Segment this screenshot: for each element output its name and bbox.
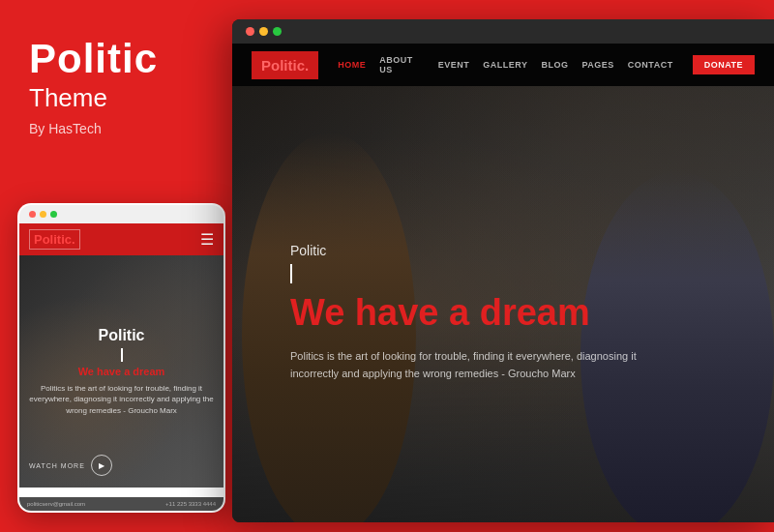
theme-author: By HasTech	[29, 121, 102, 136]
mobile-hero-quote: Politics is the art of looking for troub…	[29, 383, 214, 416]
play-button[interactable]: ▶	[91, 455, 112, 476]
desktop-logo-text: Politic	[261, 57, 305, 74]
desktop-hero-content: Politic We have a dream Politics is the …	[290, 243, 658, 383]
mobile-watch-more: WATCH MORE ▶	[29, 455, 112, 476]
desktop-dots-bar	[232, 19, 774, 44]
mobile-nav: Politic. ☰	[19, 223, 223, 255]
donate-button[interactable]: DONATE	[693, 55, 755, 74]
desktop-hero: Politic We have a dream Politics is the …	[232, 86, 774, 522]
nav-event[interactable]: EVENT	[438, 60, 470, 70]
headline-accent: dream	[480, 292, 590, 333]
minimize-dot	[259, 27, 268, 36]
desktop-hero-headline: We have a dream	[290, 293, 658, 334]
desktop-hero-label: Politic	[290, 243, 658, 258]
maximize-dot	[273, 27, 282, 36]
desktop-hero-divider	[290, 264, 292, 283]
desktop-logo: Politic.	[252, 51, 318, 79]
desktop-logo-dot: .	[305, 57, 309, 74]
desktop-hero-quote: Politics is the art of looking for troub…	[290, 348, 658, 382]
mobile-hero-content: Politic We have a dream Politics is the …	[29, 327, 214, 416]
nav-home[interactable]: HOME	[338, 60, 366, 70]
close-dot	[246, 27, 254, 36]
footer-email: politicserv@gmail.com	[27, 501, 85, 507]
mobile-hero-title: Politic	[29, 327, 214, 344]
close-dot	[29, 211, 36, 218]
mobile-headline-text: We have a	[78, 366, 134, 377]
mobile-hero: Politic We have a dream Politics is the …	[19, 255, 223, 488]
nav-about[interactable]: ABOUT US	[379, 55, 425, 74]
nav-contact[interactable]: CONTACT	[628, 60, 673, 70]
headline-prefix: We have a	[290, 292, 480, 333]
minimize-dot	[40, 211, 46, 218]
nav-pages[interactable]: PAGES	[581, 60, 613, 70]
maximize-dot	[50, 211, 57, 218]
desktop-mockup: Politic. HOME ABOUT US EVENT GALLERY BLO…	[232, 19, 774, 522]
theme-title: Politic	[29, 39, 158, 79]
mobile-hero-divider	[121, 348, 123, 362]
mobile-footer: politicserv@gmail.com +11 225 3333 4444	[19, 497, 223, 511]
nav-blog[interactable]: BLOG	[541, 60, 568, 70]
theme-subtitle: Theme	[29, 83, 107, 113]
mobile-mockup: Politic. ☰ Politic We have a dream Polit…	[17, 203, 225, 513]
hamburger-icon[interactable]: ☰	[200, 230, 214, 249]
nav-gallery[interactable]: GALLERY	[483, 60, 527, 70]
mobile-headline-accent: dream	[133, 366, 164, 377]
mobile-hero-headline: We have a dream	[29, 366, 214, 377]
desktop-nav: Politic. HOME ABOUT US EVENT GALLERY BLO…	[232, 44, 774, 86]
mobile-dots-bar	[19, 205, 223, 223]
desktop-nav-links: HOME ABOUT US EVENT GALLERY BLOG PAGES C…	[338, 55, 672, 74]
mobile-logo: Politic.	[29, 229, 80, 250]
mobile-logo-text: Politic.	[34, 232, 75, 247]
footer-phone: +11 225 3333 4444	[165, 501, 216, 507]
watch-label: WATCH MORE	[29, 462, 85, 469]
left-panel: Politic Theme By HasTech Politic. ☰ Poli…	[0, 0, 242, 532]
